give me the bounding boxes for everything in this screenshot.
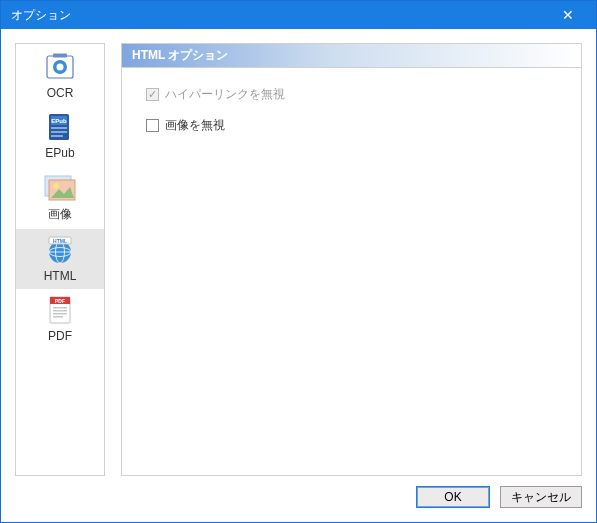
close-icon: ✕ — [562, 7, 574, 23]
svg-text:HTML: HTML — [53, 238, 67, 244]
titlebar: オプション ✕ — [1, 1, 596, 29]
sidebar-item-label: EPub — [45, 146, 74, 160]
content-area: OCR EPub EPub — [1, 29, 596, 522]
panel-body: ハイパーリンクを無視 画像を無視 — [122, 68, 581, 166]
svg-rect-23 — [53, 310, 67, 312]
sidebar-item-image[interactable]: 画像 — [16, 166, 104, 229]
option-label: ハイパーリンクを無視 — [165, 86, 285, 103]
checkbox-ignore-images[interactable] — [146, 119, 159, 132]
options-panel: HTML オプション ハイパーリンクを無視 画像を無視 — [121, 43, 582, 476]
cancel-button[interactable]: キャンセル — [500, 486, 582, 508]
options-dialog: オプション ✕ OCR — [0, 0, 597, 523]
close-button[interactable]: ✕ — [548, 1, 588, 29]
sidebar-item-ocr[interactable]: OCR — [16, 46, 104, 106]
sidebar: OCR EPub EPub — [15, 43, 105, 476]
svg-rect-8 — [51, 131, 67, 133]
option-label: 画像を無視 — [165, 117, 225, 134]
sidebar-item-label: HTML — [44, 269, 77, 283]
svg-text:PDF: PDF — [55, 298, 65, 304]
svg-rect-24 — [53, 313, 67, 315]
epub-icon: EPub — [44, 112, 76, 142]
option-ignore-hyperlinks: ハイパーリンクを無視 — [146, 86, 557, 103]
ok-button[interactable]: OK — [416, 486, 490, 508]
svg-text:EPub: EPub — [51, 118, 67, 124]
sidebar-item-pdf[interactable]: PDF PDF — [16, 289, 104, 349]
sidebar-item-html[interactable]: HTML HTML — [16, 229, 104, 289]
svg-rect-25 — [53, 316, 63, 318]
ocr-icon — [44, 52, 76, 82]
button-row: OK キャンセル — [15, 476, 582, 508]
image-icon — [44, 172, 76, 202]
option-ignore-images[interactable]: 画像を無視 — [146, 117, 557, 134]
pdf-icon: PDF — [44, 295, 76, 325]
svg-rect-9 — [51, 135, 63, 137]
svg-point-12 — [53, 183, 59, 189]
svg-rect-7 — [51, 127, 67, 129]
sidebar-item-label: 画像 — [48, 206, 72, 223]
sidebar-item-epub[interactable]: EPub EPub — [16, 106, 104, 166]
sidebar-item-label: OCR — [47, 86, 74, 100]
svg-point-2 — [57, 64, 64, 71]
sidebar-item-label: PDF — [48, 329, 72, 343]
checkbox-ignore-hyperlinks — [146, 88, 159, 101]
svg-rect-22 — [53, 307, 67, 309]
svg-rect-3 — [53, 54, 67, 58]
main-row: OCR EPub EPub — [15, 43, 582, 476]
window-title: オプション — [11, 7, 548, 24]
panel-title: HTML オプション — [122, 44, 581, 68]
html-icon: HTML — [44, 235, 76, 265]
